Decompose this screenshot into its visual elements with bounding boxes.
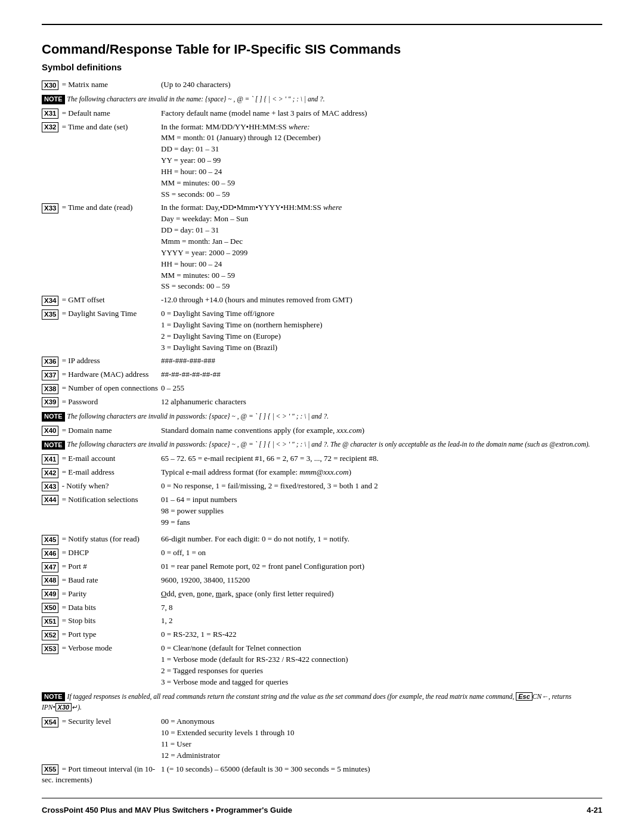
row-label: Domain name xyxy=(68,426,112,435)
eq-symbol: = xyxy=(62,295,66,304)
row-label: Stop bits xyxy=(68,616,95,625)
row-label-cell: X47 = Port # xyxy=(42,560,161,574)
code-badge: X34 xyxy=(42,296,58,306)
table-row: X51 = Stop bits1, 2 xyxy=(42,614,602,628)
row-label: Port timeout interval (in 10-sec. increm… xyxy=(42,764,155,785)
code-badge: X45 xyxy=(42,535,58,545)
row-label-cell: X49 = Parity xyxy=(42,587,161,601)
eq-symbol: = xyxy=(62,562,66,571)
row-desc: Odd, even, none, mark, space (only first… xyxy=(161,589,334,598)
code-badge: X33 xyxy=(42,203,58,213)
eq-symbol: = xyxy=(62,575,66,584)
row-label-cell: X42 = E-mail address xyxy=(42,466,161,479)
row-label: Notify when? xyxy=(66,481,109,490)
row-desc: Standard domain name conventions apply (… xyxy=(161,426,364,435)
code-badge: X51 xyxy=(42,617,58,627)
row-label-cell: X46 = DHCP xyxy=(42,546,161,560)
row-desc-cell: 7, 8 xyxy=(161,601,602,615)
code-badge: X43 xyxy=(42,482,58,492)
row-desc-cell: 1, 2 xyxy=(161,614,602,628)
eq-symbol: = xyxy=(62,630,66,639)
row-desc-cell: 0 = No response, 1 = fail/missing, 2 = f… xyxy=(161,479,602,493)
row-desc-cell: ###-###-###-### xyxy=(161,354,602,368)
row-label: Port # xyxy=(68,562,86,571)
row-label: E-mail address xyxy=(68,467,114,476)
table-row: X46 = DHCP0 = off, 1 = on xyxy=(42,546,602,560)
top-rule xyxy=(42,24,602,25)
footer-left: CrossPoint 450 Plus and MAV Plus Switche… xyxy=(42,806,292,815)
row-label: E-mail account xyxy=(68,454,115,463)
row-label-cell: X48 = Baud rate xyxy=(42,574,161,587)
row-label-cell: X53 = Verbose mode xyxy=(42,642,161,689)
table-row: X36 = IP address###-###-###-### xyxy=(42,354,602,368)
row-label-cell: X38 = Number of open connections xyxy=(42,382,161,395)
row-desc-cell: 0 = Clear/none (default for Telnet conne… xyxy=(161,642,602,689)
row-desc-cell: ##-##-##-##-##-## xyxy=(161,368,602,382)
code-badge: X41 xyxy=(42,454,58,465)
row-desc-cell: 0 = Daylight Saving Time off/ignore1 = D… xyxy=(161,307,602,354)
eq-symbol: = xyxy=(62,454,66,463)
row-label-cell: X30 = Matrix name xyxy=(42,78,161,92)
eq-symbol: = xyxy=(62,603,66,612)
eq-symbol: = xyxy=(62,383,66,392)
table-row: X50 = Data bits7, 8 xyxy=(42,601,602,615)
code-badge: X50 xyxy=(42,603,58,613)
row-desc-cell: 0 – 255 xyxy=(161,382,602,395)
eq-symbol: = xyxy=(62,495,66,504)
row-label: Number of open connections xyxy=(68,383,158,392)
eq-symbol: = xyxy=(62,467,66,476)
table-row: X49 = ParityOdd, even, none, mark, space… xyxy=(42,587,602,601)
row-desc-cell: In the format: Day,•DD•Mmm•YYYY•HH:MM:SS… xyxy=(161,201,602,293)
note-badge: NOTE xyxy=(42,95,65,104)
eq-symbol: = xyxy=(62,548,66,557)
eq-symbol: = xyxy=(62,203,66,212)
table-row: X41 = E-mail account65 – 72. 65 = e-mail… xyxy=(42,452,602,466)
row-label: Notification selections xyxy=(68,495,138,504)
table-row: X47 = Port #01 = rear panel Remote port,… xyxy=(42,560,602,574)
row-desc: 01 – 64 = input numbers98 = power suppli… xyxy=(161,495,237,527)
row-desc-cell: -12.0 through +14.0 (hours and minutes r… xyxy=(161,293,602,307)
row-desc: 00 = Anonymous10 = Extended security lev… xyxy=(161,717,295,760)
row-label-cell: X34 = GMT offset xyxy=(42,293,161,307)
table-row: X31 = Default nameFactory default name (… xyxy=(42,107,602,120)
table-row: X54 = Security level00 = Anonymous10 = E… xyxy=(42,715,602,762)
row-desc-cell: Typical e-mail address format (for examp… xyxy=(161,466,602,479)
table-row: X48 = Baud rate9600, 19200, 38400, 11520… xyxy=(42,574,602,587)
table-row: X38 = Number of open connections0 – 255 xyxy=(42,382,602,395)
row-desc-cell: 0 = off, 1 = on xyxy=(161,546,602,560)
row-desc-cell: 9600, 19200, 38400, 115200 xyxy=(161,574,602,587)
code-badge: X55 xyxy=(42,764,58,775)
row-desc: 7, 8 xyxy=(161,603,173,612)
eq-symbol: = xyxy=(62,426,66,435)
row-desc-cell: 66-digit number. For each digit: 0 = do … xyxy=(161,532,602,546)
row-desc: 0 = RS-232, 1 = RS-422 xyxy=(161,630,237,639)
symbol-table: X30 = Matrix name(Up to 240 characters) … xyxy=(42,78,602,787)
table-row: X32 = Time and date (set)In the format: … xyxy=(42,120,602,202)
code-badge: X38 xyxy=(42,384,58,394)
row-label-cell: X52 = Port type xyxy=(42,628,161,642)
row-label: Time and date (set) xyxy=(68,122,128,131)
row-desc-cell: 00 = Anonymous10 = Extended security lev… xyxy=(161,715,602,762)
row-desc: 0 = No response, 1 = fail/missing, 2 = f… xyxy=(161,481,378,490)
row-desc: ###-###-###-### xyxy=(161,356,215,365)
note-badge: NOTE xyxy=(42,441,65,450)
row-desc: -12.0 through +14.0 (hours and minutes r… xyxy=(161,295,352,304)
code-badge: X46 xyxy=(42,549,58,559)
table-row: X34 = GMT offset-12.0 through +14.0 (hou… xyxy=(42,293,602,307)
row-label: Security level xyxy=(68,717,111,726)
footer-right: 4-21 xyxy=(587,806,602,815)
row-desc: Factory default name (model name + last … xyxy=(161,109,367,117)
row-desc-cell: Odd, even, none, mark, space (only first… xyxy=(161,587,602,601)
row-label: DHCP xyxy=(68,548,89,557)
row-label-cell: X31 = Default name xyxy=(42,107,161,120)
row-label: Verbose mode xyxy=(68,643,112,652)
note-badge: NOTE xyxy=(42,692,65,702)
table-row: X44 = Notification selections01 – 64 = i… xyxy=(42,493,602,529)
row-desc: 1, 2 xyxy=(161,616,173,625)
row-label-cell: X55 = Port timeout interval (in 10-sec. … xyxy=(42,763,161,788)
eq-symbol: = xyxy=(62,616,66,625)
eq-symbol: = xyxy=(62,122,66,131)
table-row: X45 = Notify status (for read)66-digit n… xyxy=(42,532,602,546)
row-desc: 0 – 255 xyxy=(161,383,184,392)
code-badge: X32 xyxy=(42,122,58,132)
